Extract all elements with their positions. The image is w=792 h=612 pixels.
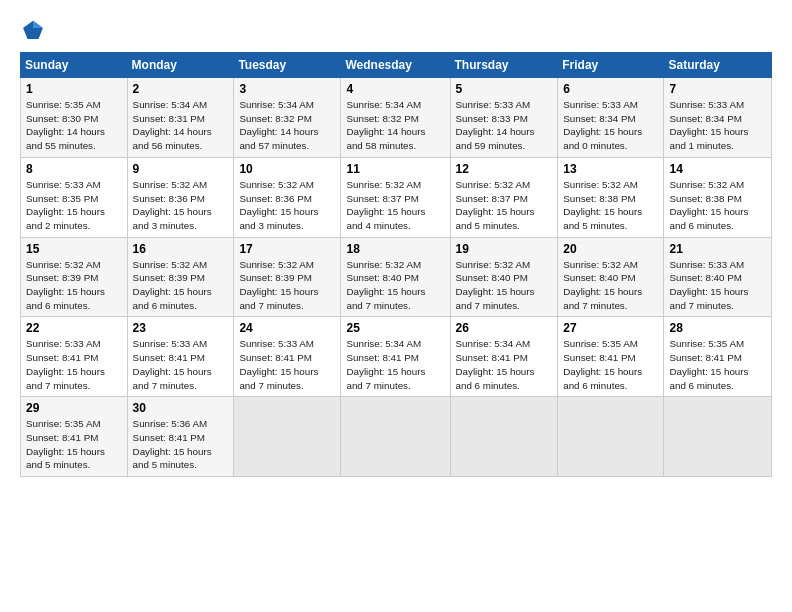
- day-number: 22: [26, 321, 122, 335]
- table-row: [234, 397, 341, 477]
- day-number: 12: [456, 162, 553, 176]
- day-info: Sunrise: 5:35 AMSunset: 8:41 PMDaylight:…: [563, 337, 658, 392]
- table-row: 10Sunrise: 5:32 AMSunset: 8:36 PMDayligh…: [234, 157, 341, 237]
- table-row: 15Sunrise: 5:32 AMSunset: 8:39 PMDayligh…: [21, 237, 128, 317]
- day-number: 23: [133, 321, 229, 335]
- day-info: Sunrise: 5:33 AMSunset: 8:34 PMDaylight:…: [563, 98, 658, 153]
- table-row: 20Sunrise: 5:32 AMSunset: 8:40 PMDayligh…: [558, 237, 664, 317]
- col-sunday: Sunday: [21, 53, 128, 78]
- table-row: 19Sunrise: 5:32 AMSunset: 8:40 PMDayligh…: [450, 237, 558, 317]
- table-row: 8Sunrise: 5:33 AMSunset: 8:35 PMDaylight…: [21, 157, 128, 237]
- day-info: Sunrise: 5:32 AMSunset: 8:39 PMDaylight:…: [133, 258, 229, 313]
- day-number: 29: [26, 401, 122, 415]
- calendar-week-row: 29Sunrise: 5:35 AMSunset: 8:41 PMDayligh…: [21, 397, 772, 477]
- day-info: Sunrise: 5:33 AMSunset: 8:41 PMDaylight:…: [26, 337, 122, 392]
- table-row: [450, 397, 558, 477]
- day-number: 19: [456, 242, 553, 256]
- table-row: 24Sunrise: 5:33 AMSunset: 8:41 PMDayligh…: [234, 317, 341, 397]
- day-number: 2: [133, 82, 229, 96]
- table-row: 27Sunrise: 5:35 AMSunset: 8:41 PMDayligh…: [558, 317, 664, 397]
- day-info: Sunrise: 5:35 AMSunset: 8:41 PMDaylight:…: [669, 337, 766, 392]
- logo-icon: [22, 18, 44, 40]
- col-tuesday: Tuesday: [234, 53, 341, 78]
- calendar-week-row: 8Sunrise: 5:33 AMSunset: 8:35 PMDaylight…: [21, 157, 772, 237]
- day-info: Sunrise: 5:32 AMSunset: 8:38 PMDaylight:…: [563, 178, 658, 233]
- day-number: 27: [563, 321, 658, 335]
- day-number: 24: [239, 321, 335, 335]
- table-row: 28Sunrise: 5:35 AMSunset: 8:41 PMDayligh…: [664, 317, 772, 397]
- day-info: Sunrise: 5:32 AMSunset: 8:39 PMDaylight:…: [239, 258, 335, 313]
- calendar-table: Sunday Monday Tuesday Wednesday Thursday…: [20, 52, 772, 477]
- table-row: 12Sunrise: 5:32 AMSunset: 8:37 PMDayligh…: [450, 157, 558, 237]
- table-row: 29Sunrise: 5:35 AMSunset: 8:41 PMDayligh…: [21, 397, 128, 477]
- day-info: Sunrise: 5:32 AMSunset: 8:40 PMDaylight:…: [456, 258, 553, 313]
- day-number: 10: [239, 162, 335, 176]
- day-info: Sunrise: 5:33 AMSunset: 8:34 PMDaylight:…: [669, 98, 766, 153]
- day-info: Sunrise: 5:34 AMSunset: 8:32 PMDaylight:…: [346, 98, 444, 153]
- day-number: 18: [346, 242, 444, 256]
- col-friday: Friday: [558, 53, 664, 78]
- day-number: 30: [133, 401, 229, 415]
- table-row: 17Sunrise: 5:32 AMSunset: 8:39 PMDayligh…: [234, 237, 341, 317]
- table-row: 9Sunrise: 5:32 AMSunset: 8:36 PMDaylight…: [127, 157, 234, 237]
- day-number: 8: [26, 162, 122, 176]
- table-row: 26Sunrise: 5:34 AMSunset: 8:41 PMDayligh…: [450, 317, 558, 397]
- day-number: 16: [133, 242, 229, 256]
- day-info: Sunrise: 5:32 AMSunset: 8:37 PMDaylight:…: [346, 178, 444, 233]
- day-info: Sunrise: 5:32 AMSunset: 8:39 PMDaylight:…: [26, 258, 122, 313]
- day-number: 1: [26, 82, 122, 96]
- table-row: [341, 397, 450, 477]
- calendar-header-row: Sunday Monday Tuesday Wednesday Thursday…: [21, 53, 772, 78]
- table-row: 25Sunrise: 5:34 AMSunset: 8:41 PMDayligh…: [341, 317, 450, 397]
- day-info: Sunrise: 5:32 AMSunset: 8:36 PMDaylight:…: [239, 178, 335, 233]
- day-number: 4: [346, 82, 444, 96]
- day-info: Sunrise: 5:34 AMSunset: 8:31 PMDaylight:…: [133, 98, 229, 153]
- day-info: Sunrise: 5:35 AMSunset: 8:41 PMDaylight:…: [26, 417, 122, 472]
- calendar-week-row: 22Sunrise: 5:33 AMSunset: 8:41 PMDayligh…: [21, 317, 772, 397]
- table-row: 4Sunrise: 5:34 AMSunset: 8:32 PMDaylight…: [341, 78, 450, 158]
- day-info: Sunrise: 5:34 AMSunset: 8:41 PMDaylight:…: [456, 337, 553, 392]
- col-wednesday: Wednesday: [341, 53, 450, 78]
- day-number: 21: [669, 242, 766, 256]
- table-row: 1Sunrise: 5:35 AMSunset: 8:30 PMDaylight…: [21, 78, 128, 158]
- table-row: 14Sunrise: 5:32 AMSunset: 8:38 PMDayligh…: [664, 157, 772, 237]
- calendar-week-row: 1Sunrise: 5:35 AMSunset: 8:30 PMDaylight…: [21, 78, 772, 158]
- table-row: 3Sunrise: 5:34 AMSunset: 8:32 PMDaylight…: [234, 78, 341, 158]
- day-number: 15: [26, 242, 122, 256]
- day-info: Sunrise: 5:33 AMSunset: 8:35 PMDaylight:…: [26, 178, 122, 233]
- day-number: 13: [563, 162, 658, 176]
- table-row: 23Sunrise: 5:33 AMSunset: 8:41 PMDayligh…: [127, 317, 234, 397]
- day-number: 26: [456, 321, 553, 335]
- day-number: 14: [669, 162, 766, 176]
- day-info: Sunrise: 5:33 AMSunset: 8:41 PMDaylight:…: [239, 337, 335, 392]
- day-info: Sunrise: 5:34 AMSunset: 8:41 PMDaylight:…: [346, 337, 444, 392]
- day-number: 5: [456, 82, 553, 96]
- day-info: Sunrise: 5:32 AMSunset: 8:40 PMDaylight:…: [346, 258, 444, 313]
- table-row: 11Sunrise: 5:32 AMSunset: 8:37 PMDayligh…: [341, 157, 450, 237]
- table-row: 13Sunrise: 5:32 AMSunset: 8:38 PMDayligh…: [558, 157, 664, 237]
- header: [20, 18, 772, 40]
- day-number: 25: [346, 321, 444, 335]
- day-info: Sunrise: 5:34 AMSunset: 8:32 PMDaylight:…: [239, 98, 335, 153]
- day-info: Sunrise: 5:32 AMSunset: 8:37 PMDaylight:…: [456, 178, 553, 233]
- col-monday: Monday: [127, 53, 234, 78]
- page: Sunday Monday Tuesday Wednesday Thursday…: [0, 0, 792, 612]
- day-number: 28: [669, 321, 766, 335]
- table-row: [558, 397, 664, 477]
- logo: [20, 18, 46, 40]
- table-row: 2Sunrise: 5:34 AMSunset: 8:31 PMDaylight…: [127, 78, 234, 158]
- table-row: 5Sunrise: 5:33 AMSunset: 8:33 PMDaylight…: [450, 78, 558, 158]
- day-number: 17: [239, 242, 335, 256]
- table-row: [664, 397, 772, 477]
- day-info: Sunrise: 5:33 AMSunset: 8:41 PMDaylight:…: [133, 337, 229, 392]
- table-row: 18Sunrise: 5:32 AMSunset: 8:40 PMDayligh…: [341, 237, 450, 317]
- day-info: Sunrise: 5:32 AMSunset: 8:40 PMDaylight:…: [563, 258, 658, 313]
- day-number: 20: [563, 242, 658, 256]
- day-number: 6: [563, 82, 658, 96]
- day-info: Sunrise: 5:35 AMSunset: 8:30 PMDaylight:…: [26, 98, 122, 153]
- day-info: Sunrise: 5:36 AMSunset: 8:41 PMDaylight:…: [133, 417, 229, 472]
- col-saturday: Saturday: [664, 53, 772, 78]
- day-info: Sunrise: 5:32 AMSunset: 8:38 PMDaylight:…: [669, 178, 766, 233]
- table-row: 6Sunrise: 5:33 AMSunset: 8:34 PMDaylight…: [558, 78, 664, 158]
- table-row: 22Sunrise: 5:33 AMSunset: 8:41 PMDayligh…: [21, 317, 128, 397]
